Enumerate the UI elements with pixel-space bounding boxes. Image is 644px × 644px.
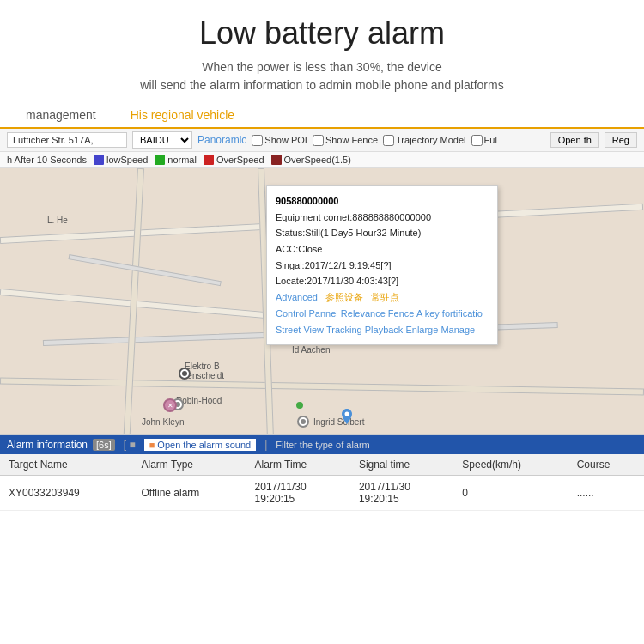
popup-links-row2[interactable]: Control Pannel Relevance Fence A key for… [276, 306, 489, 322]
map-container[interactable]: KletterwaId Aachen Elektro Brenscheidt R… [0, 168, 644, 434]
show-poi-checkbox[interactable]: Show POI [252, 135, 307, 146]
alarm-header-label: Alarm information [7, 439, 88, 451]
alarm-table: Target Name Alarm Type Alarm Time Signal… [0, 454, 644, 511]
popup-links-row3[interactable]: Street View Tracking Playback Enlarge Ma… [276, 322, 489, 338]
overspeed15-label: OverSpeed(1.5) [284, 155, 351, 165]
map-icon-elektro [179, 368, 191, 380]
svg-point-0 [345, 412, 349, 416]
lowspeed-dot [94, 155, 104, 165]
overspeed-dot [204, 155, 214, 165]
popup-ref-equipment[interactable]: 参照设备 [325, 292, 363, 302]
overspeed15-dot [271, 155, 282, 165]
popup-id: 905880000000 [276, 193, 489, 210]
popup-resident-point[interactable]: 常驻点 [371, 292, 399, 302]
popup-advanced[interactable]: Advanced [276, 292, 318, 302]
tab-regional-vehicle[interactable]: His regional vehicle [113, 103, 252, 129]
alarm-separator-2: | [264, 439, 267, 451]
overspeed-label: OverSpeed [216, 155, 264, 165]
alarm-table-header-row: Target Name Alarm Type Alarm Time Signal… [0, 454, 644, 476]
subtitle-line2: will send the alarm information to admin… [140, 78, 503, 92]
alarm-separator-1: [ ■ [124, 439, 136, 451]
panoramic-link[interactable]: Panoramic [197, 134, 246, 146]
cell-alarm-type: Offline alarm [133, 476, 246, 511]
open-button[interactable]: Open th [550, 132, 599, 148]
popup-locate: Locate:2017/11/30 4:03:43[?] [276, 273, 489, 289]
trajectory-checkbox[interactable]: Trajectory Model [383, 135, 466, 146]
legend-overspeed15: OverSpeed(1.5) [271, 155, 351, 165]
map-icon-ingrid [297, 416, 309, 428]
alarm-filter-label[interactable]: Filter the type of alarm [276, 440, 369, 450]
cell-signal-time: 2017/11/3019:20:15 [350, 476, 453, 511]
address-input[interactable] [7, 132, 127, 148]
alarm-table-row: XY0033203949 Offline alarm 2017/11/3019:… [0, 476, 644, 511]
col-alarm-type: Alarm Type [133, 454, 246, 476]
map-provider-select[interactable]: BAIDU [132, 131, 192, 149]
cell-target: XY0033203949 [0, 476, 133, 511]
sound-icon: ■ [149, 440, 155, 450]
speed-legend: h After 10 Seconds lowSpeed normal OverS… [0, 152, 644, 168]
popup-box: 905880000000 Equipment cornet:8888888800… [266, 185, 498, 345]
legend-normal: normal [155, 155, 197, 165]
reg-button[interactable]: Reg [605, 132, 637, 148]
nav-tabs: management His regional vehicle [0, 103, 644, 129]
map-icon-robin-special: ✕ [163, 398, 177, 412]
col-target-name: Target Name [0, 454, 133, 476]
cell-speed: 0 [453, 476, 568, 511]
alarm-panel: Alarm information [6s] [ ■ ■ Open the al… [0, 434, 644, 511]
popup-acc: ACC:Close [276, 241, 489, 258]
alarm-duration-badge: [6s] [93, 439, 115, 451]
popup-status: Status:Still(1 Day5 Hour32 Minute) [276, 225, 489, 241]
col-speed: Speed(km/h) [453, 454, 568, 476]
popup-signal: Singal:2017/12/1 9:19:45[?] [276, 258, 489, 274]
subtitle-line1: When the power is less than 30%, the dev… [202, 60, 441, 74]
col-alarm-time: Alarm Time [246, 454, 350, 476]
green-dot-map [296, 402, 303, 409]
popup-equipment: Equipment cornet:888888880000000 [276, 210, 489, 226]
cell-alarm-time: 2017/11/3019:20:15 [246, 476, 350, 511]
legend-overspeed: OverSpeed [204, 155, 264, 165]
map-label-lhe: L. He [47, 216, 68, 225]
normal-dot [155, 155, 165, 165]
map-label-ingrid: Ingrid Seibert [313, 417, 364, 427]
alarm-sound-button[interactable]: ■ Open the alarm sound [144, 439, 257, 451]
subtitle: When the power is less than 30%, the dev… [17, 58, 627, 94]
col-signal-time: Signal time [350, 454, 453, 476]
map-pin [342, 409, 352, 428]
normal-label: normal [167, 155, 197, 165]
tab-management[interactable]: management [9, 103, 113, 127]
full-checkbox[interactable]: Ful [471, 135, 497, 146]
refresh-label: h After 10 Seconds [7, 155, 87, 165]
map-toolbar-links: Panoramic Show POI Show Fence Trajectory… [197, 134, 497, 146]
map-toolbar: BAIDU Panoramic Show POI Show Fence Traj… [0, 129, 644, 152]
popup-links-row1[interactable]: Advanced 参照设备 常驻点 [276, 289, 489, 306]
page-title: Low battery alarm [17, 15, 627, 52]
show-fence-checkbox[interactable]: Show Fence [313, 135, 378, 146]
map-label-elektro: Elektro Brenscheidt [185, 361, 224, 380]
col-course: Course [568, 454, 644, 476]
legend-lowspeed: lowSpeed [94, 155, 148, 165]
map-label-john-kleyn: John Kleyn [142, 417, 184, 427]
alarm-header: Alarm information [6s] [ ■ ■ Open the al… [0, 435, 644, 454]
header-section: Low battery alarm When the power is less… [0, 0, 644, 103]
cell-course: ...... [568, 476, 644, 511]
lowspeed-label: lowSpeed [106, 155, 148, 165]
